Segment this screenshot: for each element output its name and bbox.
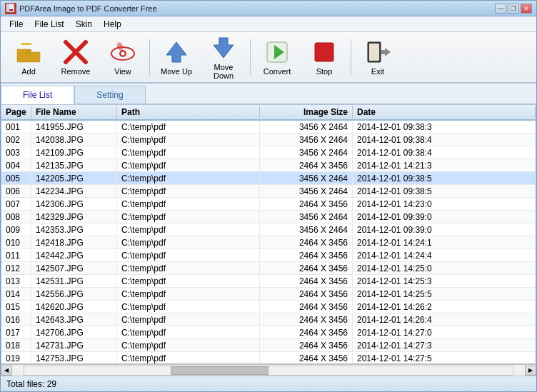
cell-size: 3456 X 2464: [260, 121, 353, 133]
svg-rect-2: [9, 9, 13, 11]
cell-path: C:\temp\pdf: [117, 288, 260, 300]
move-up-button[interactable]: Move Up: [154, 35, 199, 79]
cell-page: 014: [1, 288, 31, 300]
view-button[interactable]: View: [101, 35, 145, 79]
cell-size: 2464 X 3456: [260, 288, 353, 300]
toolbar-sep-2: [250, 39, 251, 75]
cell-filename: 142643.JPG: [31, 314, 117, 326]
remove-button[interactable]: Remove: [54, 35, 98, 79]
table-row[interactable]: 018142731.JPGC:\temp\pdf2464 X 34562014-…: [1, 339, 536, 352]
cell-size: 3456 X 2464: [260, 173, 353, 184]
horizontal-scrollbar[interactable]: ◀ ▶: [1, 364, 536, 376]
exit-button[interactable]: Exit: [356, 35, 400, 79]
main-window: PDFArea Image to PDF Converter Free — ❐ …: [0, 0, 537, 392]
table-row[interactable]: 005142205.JPGC:\temp\pdf3456 X 24642014-…: [1, 172, 536, 185]
convert-button[interactable]: Convert: [255, 35, 299, 79]
add-button[interactable]: Add: [6, 35, 51, 79]
cell-path: C:\temp\pdf: [117, 186, 260, 197]
move-down-icon: [211, 35, 236, 61]
cell-filename: 142038.JPG: [31, 134, 117, 146]
cell-date: 2014-12-01 14:26:2: [353, 301, 536, 313]
stop-button[interactable]: Stop: [302, 35, 346, 79]
table-row[interactable]: 014142556.JPGC:\temp\pdf2464 X 34562014-…: [1, 288, 536, 301]
cell-filename: 142234.JPG: [31, 186, 117, 197]
cell-date: 2014-12-01 09:39:0: [353, 211, 536, 223]
title-bar-left: PDFArea Image to PDF Converter Free: [5, 3, 157, 14]
table-row[interactable]: 006142234.JPGC:\temp\pdf3456 X 24642014-…: [1, 185, 536, 198]
restore-button[interactable]: ❐: [508, 4, 519, 14]
cell-page: 006: [1, 186, 31, 197]
menu-filelist[interactable]: File List: [29, 18, 69, 31]
cell-size: 2464 X 3456: [260, 263, 353, 274]
svg-rect-19: [369, 44, 379, 61]
cell-filename: 141955.JPG: [31, 121, 117, 133]
cell-path: C:\temp\pdf: [117, 327, 260, 338]
cell-size: 3456 X 2464: [260, 147, 353, 159]
table-body[interactable]: 001141955.JPGC:\temp\pdf3456 X 24642014-…: [1, 121, 536, 363]
cell-path: C:\temp\pdf: [117, 211, 260, 223]
total-files-label: Total files: 29: [6, 379, 56, 389]
table-row[interactable]: 004142135.JPGC:\temp\pdf2464 X 34562014-…: [1, 159, 536, 172]
cell-path: C:\temp\pdf: [117, 198, 260, 210]
minimize-button[interactable]: —: [495, 4, 506, 14]
scrollbar-track[interactable]: [24, 366, 513, 376]
cell-page: 005: [1, 173, 31, 184]
cell-page: 009: [1, 224, 31, 236]
cell-path: C:\temp\pdf: [117, 147, 260, 159]
table-row[interactable]: 008142329.JPGC:\temp\pdf3456 X 24642014-…: [1, 211, 536, 223]
add-label: Add: [21, 67, 36, 76]
menu-file[interactable]: File: [4, 18, 29, 31]
cell-filename: 142205.JPG: [31, 173, 117, 184]
cell-path: C:\temp\pdf: [117, 134, 260, 146]
cell-page: 004: [1, 160, 31, 171]
move-up-icon: [164, 39, 189, 65]
table-row[interactable]: 015142620.JPGC:\temp\pdf2464 X 34562014-…: [1, 301, 536, 313]
cell-date: 2014-12-01 09:38:5: [353, 186, 536, 197]
cell-size: 3456 X 2464: [260, 224, 353, 236]
menu-skin[interactable]: Skin: [70, 18, 98, 31]
table-row[interactable]: 009142353.JPGC:\temp\pdf3456 X 24642014-…: [1, 223, 536, 236]
svg-rect-6: [21, 43, 31, 45]
menu-help[interactable]: Help: [98, 18, 127, 31]
convert-label: Convert: [264, 67, 291, 76]
table-row[interactable]: 017142706.JPGC:\temp\pdf2464 X 34562014-…: [1, 326, 536, 339]
toolbar-sep-3: [351, 39, 351, 75]
cell-path: C:\temp\pdf: [117, 160, 260, 171]
cell-path: C:\temp\pdf: [117, 276, 260, 287]
remove-label: Remove: [61, 67, 91, 76]
svg-marker-13: [166, 42, 186, 62]
close-button[interactable]: ✕: [521, 4, 532, 14]
exit-label: Exit: [371, 67, 384, 76]
cell-date: 2014-12-01 14:24:4: [353, 250, 536, 261]
toolbar: Add Remove View: [1, 32, 536, 84]
scrollbar-thumb[interactable]: [171, 366, 268, 375]
table-row[interactable]: 002142038.JPGC:\temp\pdf3456 X 24642014-…: [1, 134, 536, 146]
table-row[interactable]: 003142109.JPGC:\temp\pdf3456 X 24642014-…: [1, 146, 536, 159]
cell-filename: 142306.JPG: [31, 198, 117, 210]
scroll-left-button[interactable]: ◀: [1, 366, 12, 376]
table-row[interactable]: 019142753.JPGC:\temp\pdf2464 X 34562014-…: [1, 352, 536, 363]
cell-path: C:\temp\pdf: [117, 224, 260, 236]
table-row[interactable]: 007142306.JPGC:\temp\pdf2464 X 34562014-…: [1, 198, 536, 211]
window-title: PDFArea Image to PDF Converter Free: [19, 4, 157, 13]
cell-page: 008: [1, 211, 31, 223]
table-row[interactable]: 016142643.JPGC:\temp\pdf2464 X 34562014-…: [1, 313, 536, 326]
table-row[interactable]: 013142531.JPGC:\temp\pdf2464 X 34562014-…: [1, 275, 536, 288]
cell-page: 012: [1, 263, 31, 274]
col-filename: File Name: [31, 106, 117, 119]
move-down-button[interactable]: Move Down: [201, 35, 246, 79]
table-row[interactable]: 001141955.JPGC:\temp\pdf3456 X 24642014-…: [1, 121, 536, 134]
cell-filename: 142109.JPG: [31, 147, 117, 159]
cell-path: C:\temp\pdf: [117, 173, 260, 184]
table-row[interactable]: 011142442.JPGC:\temp\pdf2464 X 34562014-…: [1, 249, 536, 262]
tab-setting[interactable]: Setting: [74, 86, 145, 104]
col-page: Page: [1, 106, 31, 119]
cell-date: 2014-12-01 09:38:3: [353, 121, 536, 133]
app-icon: [5, 3, 16, 14]
table-row[interactable]: 012142507.JPGC:\temp\pdf2464 X 34562014-…: [1, 262, 536, 275]
scroll-right-button[interactable]: ▶: [525, 366, 536, 376]
table-row[interactable]: 010142418.JPGC:\temp\pdf2464 X 34562014-…: [1, 236, 536, 249]
tab-file-list[interactable]: File List: [1, 86, 74, 104]
svg-point-12: [116, 41, 124, 51]
svg-marker-21: [385, 48, 391, 56]
